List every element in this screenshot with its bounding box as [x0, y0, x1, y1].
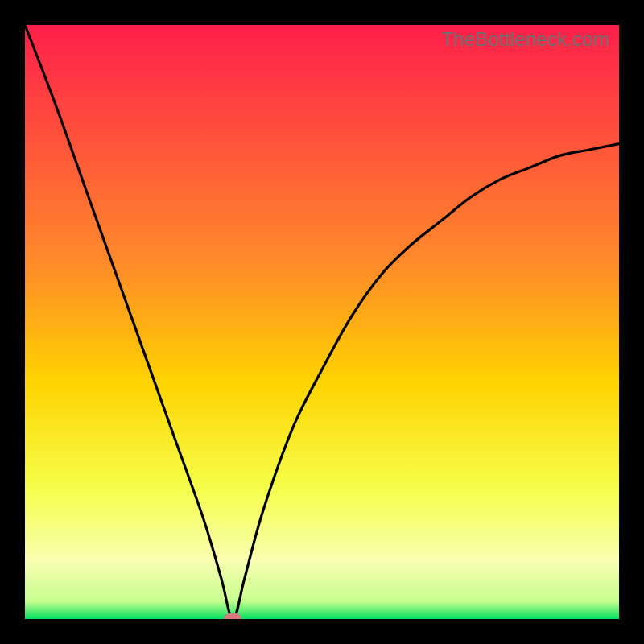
- svg-rect-0: [25, 25, 619, 619]
- gradient-background: [25, 25, 619, 619]
- optimal-point-marker: [224, 613, 242, 619]
- plot-frame: TheBottleneck.com: [25, 25, 619, 619]
- watermark-text: TheBottleneck.com: [441, 28, 609, 51]
